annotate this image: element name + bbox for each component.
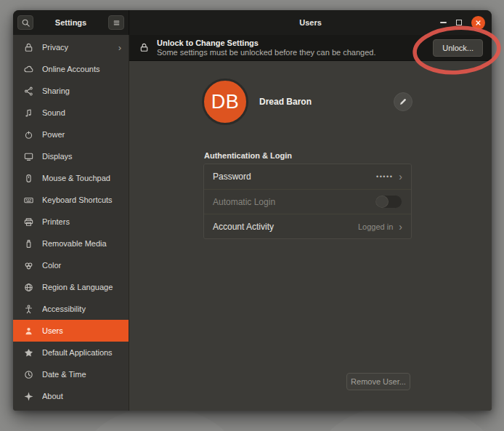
chevron-right-icon: › [399,222,402,232]
sidebar-header: Settings [13,10,129,35]
banner-subtitle: Some settings must be unlocked before th… [157,48,426,57]
password-dots: ••••• [376,173,393,180]
app-title: Settings [55,18,86,27]
sidebar-item-color[interactable]: Color [13,254,129,276]
chevron-right-icon: › [399,172,402,182]
account-activity-row[interactable]: Account Activity Logged in › [204,214,411,238]
globe-icon [23,282,34,293]
hamburger-icon [110,17,122,28]
window-controls [440,10,485,35]
sidebar-item-about[interactable]: About [13,385,129,407]
mouse-icon [23,173,34,184]
sidebar-item-accessibility[interactable]: Accessibility [13,298,129,320]
keyboard-icon [23,195,34,206]
main-panel: Unlock to Change Settings Some settings … [129,35,492,411]
menu-button[interactable] [108,15,124,30]
search-button[interactable] [17,15,33,30]
chevron-right-icon: › [118,43,121,52]
user-card: DB Dread Baron [202,78,412,125]
automatic-login-toggle[interactable] [375,195,402,209]
close-icon [473,18,484,28]
banner-text: Unlock to Change Settings Some settings … [157,39,426,57]
power-icon [23,129,34,140]
sidebar-item-online-accounts[interactable]: Online Accounts [13,58,129,80]
padlock-icon [138,42,150,53]
star-icon [23,347,34,358]
sparkle-icon [23,391,34,402]
sidebar-item-removable-media[interactable]: Removable Media [13,233,129,254]
sidebar-item-keyboard-shortcuts[interactable]: Keyboard Shortcuts [13,189,129,211]
headerbar: Settings Users [13,10,492,35]
sidebar-item-date-time[interactable]: Date & Time [13,363,129,385]
remove-user-button[interactable]: Remove User... [346,373,410,390]
sidebar-item-privacy[interactable]: Privacy › [13,36,129,58]
cloud-icon [23,64,34,75]
sidebar-item-users[interactable]: Users [13,320,129,342]
toggle-knob [375,196,389,208]
banner-title: Unlock to Change Settings [157,39,426,48]
avatar[interactable]: DB [202,78,248,125]
sidebar-item-region-language[interactable]: Region & Language [13,276,129,298]
avatar-initials: DB [211,91,240,113]
close-button[interactable] [471,16,485,30]
main-header: Users [129,10,492,35]
unlock-banner: Unlock to Change Settings Some settings … [129,35,492,61]
users-icon [23,326,34,337]
sidebar-item-mouse-touchpad[interactable]: Mouse & Touchpad [13,167,129,189]
sidebar-item-printers[interactable]: Printers [13,211,129,233]
auth-listbox: Password ••••• › Automatic Login Account… [203,164,412,239]
search-icon [20,17,31,28]
sidebar: Privacy › Online Accounts Sharing Sound … [13,35,129,411]
sidebar-item-default-applications[interactable]: Default Applications [13,342,129,363]
display-icon [23,151,34,162]
window-body: Privacy › Online Accounts Sharing Sound … [13,35,492,411]
edit-name-button[interactable] [394,92,412,111]
users-content: DB Dread Baron Authentication & Login Pa… [129,61,492,411]
maximize-button[interactable] [456,20,462,25]
printer-icon [23,217,34,227]
unlock-button[interactable]: Unlock... [433,39,483,57]
settings-window: Settings Users Privacy › [13,10,492,411]
sidebar-item-displays[interactable]: Displays [13,145,129,167]
auth-section-heading: Authentication & Login [204,151,292,160]
share-icon [23,86,34,97]
color-icon [23,260,34,271]
user-full-name: Dread Baron [259,97,394,107]
sidebar-item-sound[interactable]: Sound [13,102,129,124]
page-title: Users [299,18,322,27]
clock-icon [23,369,34,380]
accessibility-icon [23,304,34,315]
lock-icon [23,42,34,53]
minimize-button[interactable] [440,22,447,23]
music-note-icon [23,108,34,118]
usb-drive-icon [23,238,34,249]
sidebar-item-sharing[interactable]: Sharing [13,80,129,102]
automatic-login-row: Automatic Login [204,189,411,214]
sidebar-item-power[interactable]: Power [13,124,129,145]
password-row[interactable]: Password ••••• › [204,164,411,189]
pencil-icon [397,97,409,106]
